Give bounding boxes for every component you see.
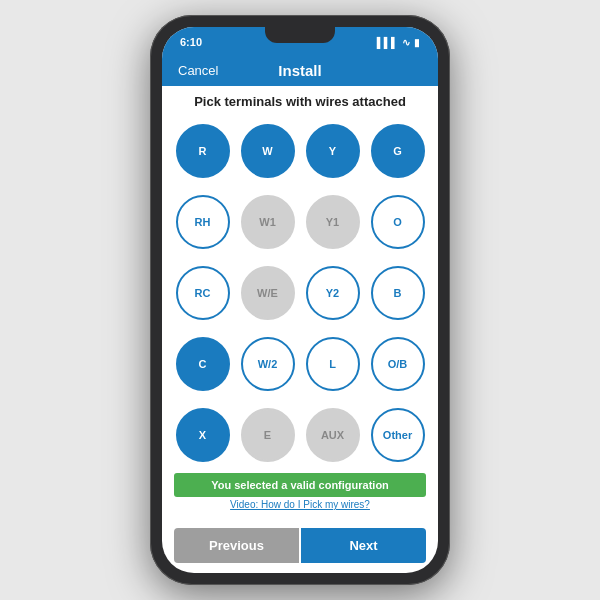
terminal-btn-g[interactable]: G [371,124,425,178]
terminal-btn-r[interactable]: R [176,124,230,178]
bottom-buttons: Previous Next [162,522,438,573]
terminal-btn-y[interactable]: Y [306,124,360,178]
nav-bar: Cancel Install [162,55,438,86]
previous-button[interactable]: Previous [174,528,299,563]
page-title: Pick terminals with wires attached [174,94,426,109]
terminal-btn-y1[interactable]: Y1 [306,195,360,249]
video-link[interactable]: Video: How do I Pick my wires? [174,499,426,510]
terminal-btn-e[interactable]: E [241,408,295,462]
terminal-btn-o[interactable]: O [371,195,425,249]
wifi-icon: ∿ [402,37,410,48]
signal-icon: ▌▌▌ [377,37,398,48]
terminal-btn-aux[interactable]: AUX [306,408,360,462]
terminal-grid: RWYGRHW1Y1ORCW/EY2BCW/2LO/BXEAUXOther [174,119,426,467]
status-icons: ▌▌▌ ∿ ▮ [377,37,420,48]
terminal-btn-o-b[interactable]: O/B [371,337,425,391]
next-button[interactable]: Next [301,528,426,563]
cancel-button[interactable]: Cancel [178,63,218,78]
content-area: Pick terminals with wires attached RWYGR… [162,86,438,522]
terminal-btn-rh[interactable]: RH [176,195,230,249]
phone-screen: 6:10 ▌▌▌ ∿ ▮ Cancel Install Pick termina… [162,27,438,573]
terminal-btn-x[interactable]: X [176,408,230,462]
terminal-btn-w-e[interactable]: W/E [241,266,295,320]
terminal-btn-w[interactable]: W [241,124,295,178]
terminal-btn-w-2[interactable]: W/2 [241,337,295,391]
terminal-btn-c[interactable]: C [176,337,230,391]
terminal-btn-rc[interactable]: RC [176,266,230,320]
status-time: 6:10 [180,36,202,48]
valid-banner: You selected a valid configuration [174,473,426,497]
phone-frame: 6:10 ▌▌▌ ∿ ▮ Cancel Install Pick termina… [150,15,450,585]
install-title: Install [278,62,321,79]
terminal-btn-y2[interactable]: Y2 [306,266,360,320]
battery-icon: ▮ [414,37,420,48]
terminal-btn-l[interactable]: L [306,337,360,391]
terminal-btn-other[interactable]: Other [371,408,425,462]
notch [265,27,335,43]
terminal-btn-w1[interactable]: W1 [241,195,295,249]
terminal-btn-b[interactable]: B [371,266,425,320]
